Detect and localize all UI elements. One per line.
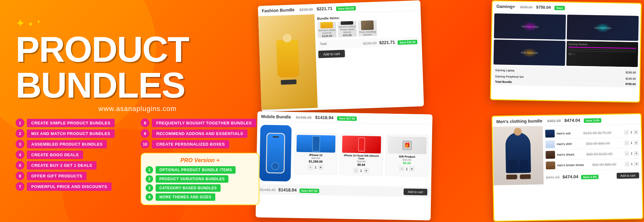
thumb-dress: Women's dress $150.09 $130.09	[317, 22, 337, 38]
feature-label-8: FREQUENTLY BOUGHT TOGETHER BUNDLES	[152, 119, 256, 127]
feature-label-10: CREATE PERSONALIZED BOXES	[152, 140, 229, 148]
mobile-qty-minus-2[interactable]: -	[353, 168, 359, 173]
mens-shoes-old: $80.00 $100.00	[587, 152, 613, 156]
mens-qty-minus-4[interactable]: -	[625, 162, 630, 166]
feature-num-1: 1	[16, 118, 24, 127]
mobile-qty-plus-1[interactable]: +	[318, 165, 323, 170]
pro-num-3: 3	[146, 184, 153, 192]
mens-qty-plus-2[interactable]: +	[633, 140, 638, 145]
mobile-qty-1: 1	[315, 165, 317, 169]
sparkle-1: ✦	[16, 17, 25, 30]
mens-qty-2: 1	[631, 141, 632, 144]
mens-qty-plus-1[interactable]: +	[633, 130, 638, 135]
mens-shirt-old: $50.00 $65.00	[586, 141, 610, 146]
gaming-total-price: $750.04	[626, 82, 636, 86]
feature-num-2: 2	[16, 129, 24, 138]
mobile-gift: 🎁 Gift Product $15.00 $0.00 - 1 +	[385, 134, 429, 176]
sparkles: ✦ ✦ ✦	[16, 17, 259, 30]
mens-add-to-cart[interactable]: Add to cart	[617, 172, 639, 179]
feature-8: 8 FREQUENTLY BOUGHT TOGETHER BUNDLES	[141, 118, 259, 127]
mens-price-old: $491.59	[547, 118, 561, 123]
mens-qty-plus-4[interactable]: +	[634, 162, 639, 166]
left-features: 1 CREATE SIMPLE PRODUCT BUNDLES 2 MIX AN…	[16, 118, 134, 205]
fashion-total-badge: Save $16.29	[397, 40, 417, 45]
pro-label-2: PRODUCT VARIATIONS BUNDLES	[156, 175, 228, 183]
fashion-panel: Fashion Bundle $239.00 $221.71 Save $16.…	[258, 0, 424, 112]
mens-qty-minus-3[interactable]: -	[625, 151, 630, 156]
gaming-item-1: Gaming Laptop	[494, 13, 566, 40]
feature-num-4: 4	[16, 150, 24, 159]
feature-num-6: 6	[16, 171, 24, 180]
fashion-thumb-row: Women's dress $150.09 $130.09 Women's Bl…	[317, 19, 419, 38]
gaming-price-new: $750.04	[536, 5, 551, 10]
left-content: ✦ ✦ ✦ PRODUCT BUNDLES www.asanaplugins.c…	[0, 11, 269, 211]
mens-qty-plus-3[interactable]: +	[634, 151, 639, 156]
feature-6: 6 OFFER GIFT PRODUCTS	[16, 171, 134, 180]
mobile-body: iPhone 12 $49.09 $1,269.00 - 1 +	[256, 122, 432, 187]
gaming-title: Gaming+	[496, 4, 515, 9]
mobile-qty-3: 1	[406, 167, 408, 171]
feature-9: 9 RECOMMEND ADDONS AND ESSENTIALS	[141, 129, 259, 138]
mens-body: men's suit $150.00 $175.00 - 1 +	[493, 124, 642, 185]
mobile-iphone-img	[297, 135, 336, 152]
pro-item-4: 4 MORE THEMES AND SIZES	[146, 193, 254, 201]
mens-item-shirt: men's shirt $50.00 $65.00 - 1 +	[545, 138, 639, 150]
mens-qty-minus-1[interactable]: -	[624, 130, 629, 135]
right-content: Fashion Bundle $239.00 $221.71 Save $16.…	[253, 0, 644, 222]
mens-total: $491.59 $474.04 Save 3.4% Add to cart	[546, 171, 639, 182]
pro-label-3: CATEGORY BASED BUNDLES	[156, 184, 221, 192]
feature-num-7: 7	[16, 182, 24, 191]
mens-price-new: $474.04	[564, 118, 580, 123]
mens-item-brown-shoes: men's brown shoes $65.00 $80.00 - 1 +	[546, 159, 639, 171]
mens-suit-image	[493, 126, 544, 185]
main-title: PRODUCT BUNDLES	[16, 31, 259, 103]
fashion-add-to-cart[interactable]: Add to cart	[318, 50, 345, 58]
gaming-badge: Save	[554, 6, 565, 10]
mobile-gift-price: $0.00	[387, 161, 426, 165]
feature-4: 4 CREATE BOGO DEALS	[16, 150, 134, 159]
feature-num-9: 9	[141, 129, 149, 138]
mobile-qty-plus-2[interactable]: +	[363, 168, 369, 173]
feature-label-7: POWERFUL PRICE AND DISCOUNTS	[27, 182, 112, 191]
mobile-add-to-cart[interactable]: Add to cart	[403, 188, 427, 195]
mobile-panel: Mobile Bundle $1446.49 $1418.94 Save $27…	[256, 111, 432, 220]
gaming-product-name-1: Gaming Laptop	[495, 69, 515, 72]
mens-suit-old: $150.00 $175.00	[583, 130, 611, 135]
feature-label-6: OFFER GIFT PRODUCTS	[27, 172, 87, 180]
gaming-product-name-2: Gaming Peripheral Set	[495, 75, 523, 79]
feature-label-9: RECOMMEND ADDONS AND ESSENTIALS	[152, 129, 247, 138]
pro-item-1: 1 OPTIONAL PRODUCT BUNDLE ITEMS	[146, 166, 254, 174]
gaming-item-2: Gaming Mouse	[567, 15, 639, 41]
gaming-total-label: Total Bundle	[495, 80, 512, 84]
mens-brown-shoes-label: men's brown shoes	[557, 163, 584, 167]
fashion-price-new: $221.71	[317, 6, 332, 12]
mobile-case: iPhone 12 Cloud Silk Silicone Case $19.9…	[339, 133, 383, 176]
mobile-qty-minus-1[interactable]: -	[308, 164, 313, 170]
pro-title: PRO Version +	[146, 157, 254, 164]
feature-3: 3 ASSEMBLED PRODUCT BUNDLES	[16, 140, 134, 148]
mens-panel: Men's clothing bundle $491.59 $474.04 Sa…	[492, 113, 643, 222]
mens-qty-minus-2[interactable]: -	[624, 140, 629, 145]
mens-item-shoes: men's shoes $80.00 $100.00 - 1 +	[546, 148, 639, 160]
mens-qty-3: 1	[631, 152, 633, 155]
right-features: 8 FREQUENTLY BOUGHT TOGETHER BUNDLES 9 R…	[141, 118, 259, 205]
mens-qty-1: 1	[630, 130, 632, 134]
mens-shirt-label: men's shirt	[557, 142, 572, 146]
mobile-qty-plus-3[interactable]: +	[409, 166, 415, 172]
mobile-iphone-price: $1,269.00	[296, 159, 335, 163]
feature-label-3: ASSEMBLED PRODUCT BUNDLES	[27, 140, 107, 148]
feature-label-2: MIX AND MATCH PRODUCT BUNDLES	[27, 129, 115, 138]
mobile-price-new: $1418.94	[315, 115, 334, 120]
mobile-bundle-products: iPhone 12 $49.09 $1,269.00 - 1 +	[294, 133, 429, 176]
mobile-iphone: iPhone 12 $49.09 $1,269.00 - 1 +	[294, 133, 338, 175]
mobile-badge: Save $27.55	[337, 116, 357, 121]
pro-items: 1 OPTIONAL PRODUCT BUNDLE ITEMS 2 PRODUC…	[146, 166, 254, 201]
mens-item-suit: men's suit $150.00 $175.00 - 1 +	[545, 127, 639, 139]
mobile-qty-minus-3[interactable]: -	[399, 166, 405, 171]
mobile-gift-img: 🎁	[388, 136, 427, 154]
fashion-total-new: $221.71	[379, 40, 395, 45]
feature-1: 1 CREATE SIMPLE PRODUCT BUNDLES	[16, 118, 134, 127]
mobile-case-price: $9.94	[342, 163, 381, 167]
gaming-product-price-1: $299.99	[626, 71, 636, 74]
pro-box: PRO Version + 1 OPTIONAL PRODUCT BUNDLE …	[141, 153, 259, 205]
